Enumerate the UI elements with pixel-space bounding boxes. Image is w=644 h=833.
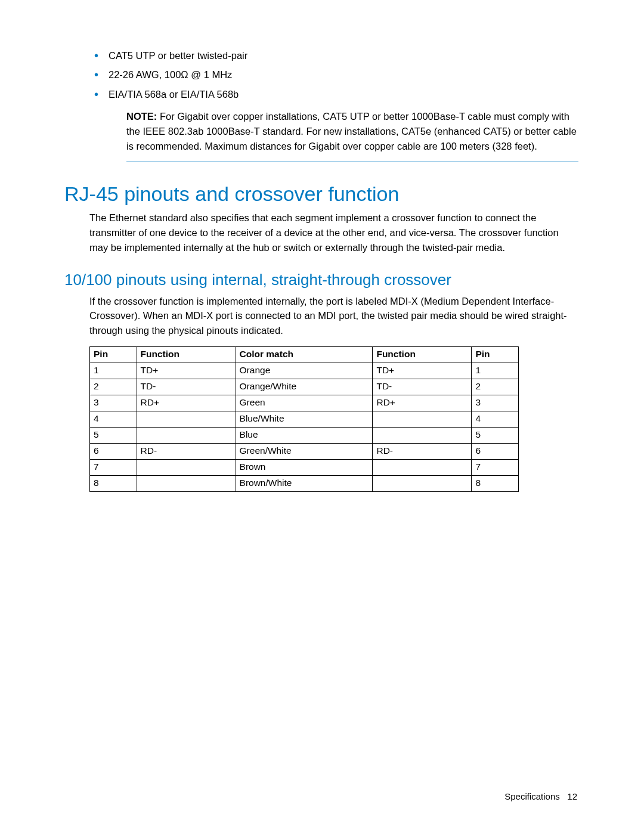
table-row: 3RD+GreenRD+3 bbox=[90, 395, 519, 411]
table-cell: 6 bbox=[472, 443, 519, 459]
table-cell: 2 bbox=[90, 379, 137, 395]
table-cell: 4 bbox=[90, 411, 137, 427]
table-cell bbox=[373, 411, 472, 427]
table-cell bbox=[137, 411, 236, 427]
table-cell: RD+ bbox=[373, 395, 472, 411]
table-row: 4Blue/White4 bbox=[90, 411, 519, 427]
table-cell: Green bbox=[236, 395, 373, 411]
table-cell bbox=[373, 427, 472, 443]
table-cell: 1 bbox=[90, 363, 137, 379]
table-cell: TD+ bbox=[373, 363, 472, 379]
table-cell: 3 bbox=[472, 395, 519, 411]
note-text: For Gigabit over copper installations, C… bbox=[126, 111, 577, 151]
heading-10-100: 10/100 pinouts using internal, straight-… bbox=[64, 271, 578, 289]
table-cell: 5 bbox=[90, 427, 137, 443]
table-cell: 3 bbox=[90, 395, 137, 411]
table-cell: 4 bbox=[472, 411, 519, 427]
table-cell: 6 bbox=[90, 443, 137, 459]
table-row: 6RD-Green/WhiteRD-6 bbox=[90, 443, 519, 459]
table-cell: RD- bbox=[137, 443, 236, 459]
table-cell: Blue/White bbox=[236, 411, 373, 427]
table-cell: RD- bbox=[373, 443, 472, 459]
table-cell: 7 bbox=[472, 459, 519, 475]
table-cell: 5 bbox=[472, 427, 519, 443]
table-cell: TD- bbox=[373, 379, 472, 395]
table-cell: 2 bbox=[472, 379, 519, 395]
table-cell: Blue bbox=[236, 427, 373, 443]
body-text: If the crossover function is implemented… bbox=[89, 294, 578, 338]
table-row: 7Brown7 bbox=[90, 459, 519, 475]
heading-rj45: RJ-45 pinouts and crossover function bbox=[64, 182, 578, 206]
table-row: 5Blue5 bbox=[90, 427, 519, 443]
list-item: 22-26 AWG, 100Ω @ 1 MHz bbox=[89, 67, 578, 82]
table-cell bbox=[137, 427, 236, 443]
table-cell: 8 bbox=[90, 475, 137, 491]
table-cell: 8 bbox=[472, 475, 519, 491]
table-cell bbox=[137, 459, 236, 475]
table-row: 1TD+OrangeTD+1 bbox=[90, 363, 519, 379]
body-text: The Ethernet standard also specifies tha… bbox=[89, 210, 578, 255]
list-item: CAT5 UTP or better twisted-pair bbox=[89, 48, 578, 63]
page-footer: Specifications 12 bbox=[504, 791, 577, 801]
table-cell: 7 bbox=[90, 459, 137, 475]
note-label: NOTE: bbox=[126, 111, 157, 122]
table-cell: Brown bbox=[236, 459, 373, 475]
col-header: Function bbox=[137, 346, 236, 363]
table-cell: RD+ bbox=[137, 395, 236, 411]
footer-page: 12 bbox=[567, 791, 577, 801]
table-cell bbox=[373, 475, 472, 491]
footer-section: Specifications bbox=[504, 791, 560, 801]
table-cell: Green/White bbox=[236, 443, 373, 459]
table-cell: 1 bbox=[472, 363, 519, 379]
bullet-list: CAT5 UTP or better twisted-pair 22-26 AW… bbox=[89, 48, 578, 102]
list-item: EIA/TIA 568a or EIA/TIA 568b bbox=[89, 86, 578, 102]
table-header-row: Pin Function Color match Function Pin bbox=[90, 346, 519, 363]
col-header: Color match bbox=[236, 346, 373, 363]
pinout-table: Pin Function Color match Function Pin 1T… bbox=[89, 346, 519, 492]
table-cell: Orange bbox=[236, 363, 373, 379]
table-cell: TD- bbox=[137, 379, 236, 395]
col-header: Pin bbox=[472, 346, 519, 363]
table-row: 2TD-Orange/WhiteTD-2 bbox=[90, 379, 519, 395]
table-cell: Orange/White bbox=[236, 379, 373, 395]
col-header: Function bbox=[373, 346, 472, 363]
table-cell bbox=[373, 459, 472, 475]
table-cell: TD+ bbox=[137, 363, 236, 379]
table-cell: Brown/White bbox=[236, 475, 373, 491]
col-header: Pin bbox=[90, 346, 137, 363]
note-block: NOTE: For Gigabit over copper installati… bbox=[126, 109, 578, 162]
table-row: 8Brown/White8 bbox=[90, 475, 519, 491]
table-cell bbox=[137, 475, 236, 491]
